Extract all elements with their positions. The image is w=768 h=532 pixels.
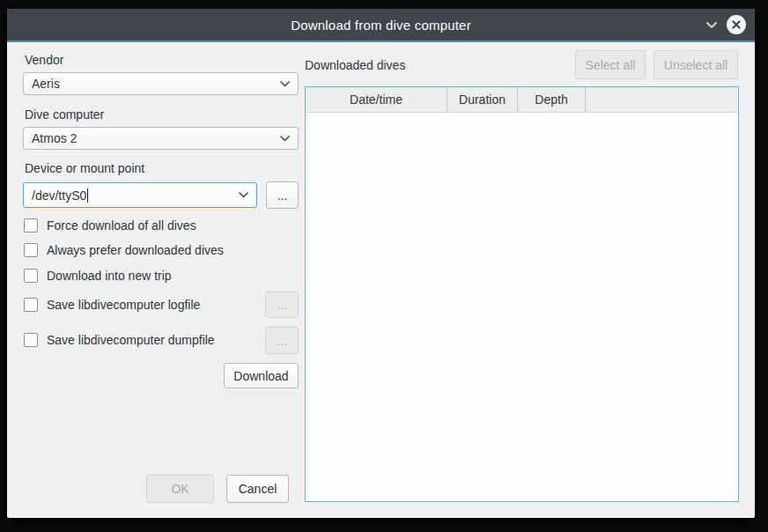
dive-computer-select[interactable]: Atmos 2: [23, 127, 299, 150]
vendor-label: Vendor: [25, 53, 63, 67]
select-all-button[interactable]: Select all: [575, 50, 646, 79]
column-header-duration[interactable]: Duration: [447, 87, 518, 112]
checkbox-label: Always prefer downloaded dives: [47, 243, 224, 257]
dialog-window: Download from dive computer Vendor Aeris…: [7, 9, 755, 518]
save-logfile-checkbox-row[interactable]: Save libdivecomputer logfile: [24, 298, 200, 312]
device-combobox-input[interactable]: /dev/ttyS0: [23, 182, 257, 208]
dumpfile-browse-button[interactable]: ...: [265, 327, 299, 354]
device-label: Device or mount point: [25, 161, 144, 175]
column-header-depth[interactable]: Depth: [518, 87, 586, 112]
close-icon: [731, 19, 742, 30]
checkbox[interactable]: [24, 243, 38, 257]
chevron-down-icon: [280, 136, 290, 142]
unselect-all-button[interactable]: Unselect all: [654, 50, 738, 79]
checkbox[interactable]: [24, 218, 38, 233]
cancel-button[interactable]: Cancel: [226, 475, 289, 503]
text-caret: [87, 188, 88, 203]
checkbox[interactable]: [24, 298, 38, 312]
download-button[interactable]: Download: [224, 363, 299, 388]
vendor-select[interactable]: Aeris: [23, 72, 299, 95]
downloaded-dives-title: Downloaded dives: [305, 58, 405, 72]
dive-computer-label: Dive computer: [25, 107, 104, 122]
column-header-datetime[interactable]: Date/time: [306, 87, 447, 112]
column-header-spacer: [586, 87, 738, 112]
chevron-down-icon: [705, 21, 718, 29]
window-title: Download from dive computer: [291, 18, 471, 33]
shade-button[interactable]: [704, 18, 720, 32]
checkbox-label: Save libdivecomputer dumpfile: [47, 333, 215, 347]
ok-button[interactable]: OK: [146, 475, 214, 503]
checkbox[interactable]: [24, 333, 38, 347]
force-download-checkbox-row[interactable]: Force download of all dives: [24, 218, 196, 233]
titlebar-accent-line: [7, 41, 755, 42]
new-trip-checkbox-row[interactable]: Download into new trip: [24, 269, 172, 283]
checkbox-label: Save libdivecomputer logfile: [47, 298, 200, 312]
table-header-row: Date/time Duration Depth: [306, 87, 738, 113]
chevron-down-icon: [280, 81, 290, 87]
close-button[interactable]: [727, 15, 746, 34]
dive-computer-selected-value: Atmos 2: [32, 131, 77, 145]
checkbox-label: Download into new trip: [47, 269, 172, 283]
logfile-browse-button[interactable]: ...: [265, 292, 299, 318]
device-value: /dev/ttyS0: [32, 188, 86, 203]
checkbox-label: Force download of all dives: [47, 218, 196, 233]
checkbox[interactable]: [24, 269, 38, 283]
titlebar[interactable]: Download from dive computer: [7, 9, 755, 41]
chevron-down-icon: [239, 192, 248, 198]
prefer-downloaded-checkbox-row[interactable]: Always prefer downloaded dives: [24, 243, 224, 257]
save-dumpfile-checkbox-row[interactable]: Save libdivecomputer dumpfile: [24, 333, 215, 347]
vendor-selected-value: Aeris: [32, 77, 60, 91]
device-browse-button[interactable]: ...: [266, 181, 299, 209]
downloaded-dives-table[interactable]: Date/time Duration Depth: [305, 86, 739, 502]
